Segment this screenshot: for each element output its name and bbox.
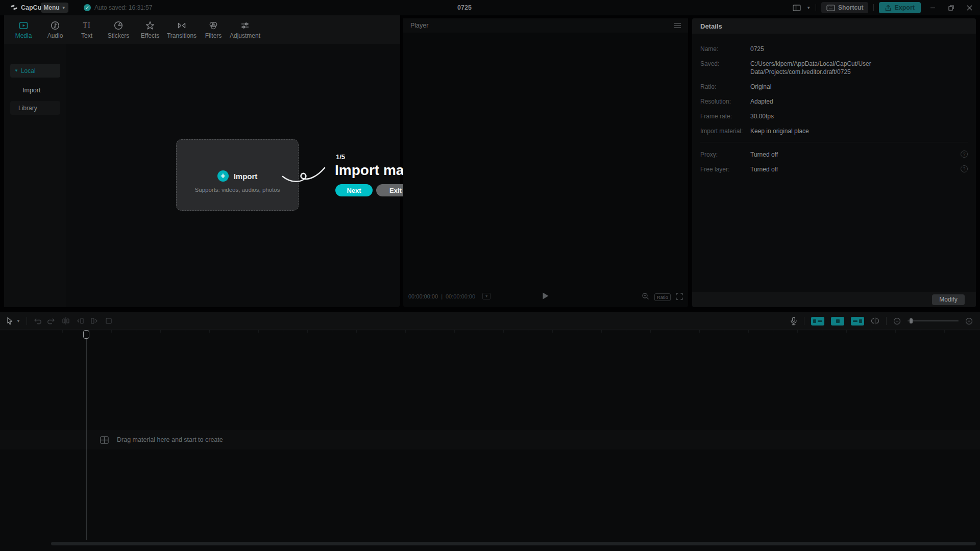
playhead-handle[interactable] (83, 330, 89, 339)
toggle-glyph (836, 319, 840, 323)
tab-adjustment[interactable]: Adjustment (230, 20, 260, 39)
horizontal-scrollbar[interactable] (51, 542, 976, 545)
chevron-down-icon: ▼ (14, 68, 18, 73)
ratio-button[interactable]: Ratio (654, 293, 671, 301)
autosave-status: ✓ Auto saved: 16:31:57 (84, 4, 152, 11)
frame-mode-dropdown[interactable]: ▼ (482, 293, 491, 299)
record-voiceover-button[interactable] (790, 317, 797, 325)
select-tool-button[interactable]: ▼ (6, 317, 20, 325)
tab-media[interactable]: Media (8, 20, 39, 39)
modify-button[interactable]: Modify (932, 294, 965, 305)
tab-label: Stickers (108, 32, 130, 39)
media-clip-icon (100, 436, 109, 444)
detail-value: 0725 (750, 45, 919, 53)
audio-icon (50, 20, 60, 31)
separator (804, 317, 804, 325)
detail-value: Original (750, 83, 919, 91)
player-title: Player (410, 22, 428, 29)
tutorial-arrow (280, 164, 329, 188)
check-icon: ✓ (84, 4, 91, 11)
sidebar-item-library[interactable]: Library (10, 101, 60, 115)
auto-snap-toggle[interactable] (831, 317, 844, 325)
delete-left-button[interactable] (76, 317, 84, 325)
detail-row-resolution: Resolution: Adapted (700, 97, 968, 106)
info-icon[interactable]: ? (961, 151, 968, 158)
empty-track-row[interactable]: Drag material here and start to create (0, 430, 980, 449)
timecode-separator: | (441, 293, 443, 299)
info-icon[interactable]: ? (961, 165, 968, 172)
zoom-out-icon[interactable] (893, 317, 901, 325)
player-right-controls: Ratio (642, 292, 683, 302)
details-title: Details (700, 22, 722, 30)
toggle-glyph (818, 320, 822, 322)
export-button[interactable]: Export (879, 2, 921, 13)
menu-label: Menu (43, 4, 59, 11)
undo-button[interactable] (33, 317, 41, 325)
workspace-layout-icon[interactable] (793, 4, 801, 12)
export-icon (885, 5, 891, 11)
shortcut-button[interactable]: Shortcut (821, 2, 868, 13)
plus-icon: + (217, 170, 229, 182)
detail-row-framerate: Frame rate: 30.00fps (700, 112, 968, 120)
tab-effects[interactable]: Effects (135, 20, 165, 39)
tab-label: Filters (205, 32, 222, 39)
autosave-text: Auto saved: 16:31:57 (94, 4, 152, 11)
main-track-magnet-toggle[interactable] (811, 317, 824, 325)
titlebar: CapCut Menu ▼ ✓ Auto saved: 16:31:57 072… (0, 0, 980, 15)
capcut-logo-icon (10, 4, 18, 11)
chevron-down-icon: ▼ (16, 319, 20, 323)
capcut-logo: CapCut (10, 4, 43, 11)
media-sidebar: ▼ Local Import Library (4, 44, 66, 307)
restore-button[interactable] (944, 0, 958, 15)
split-button[interactable] (62, 317, 70, 325)
redo-button[interactable] (47, 317, 56, 325)
player-panel: Player 00:00:00:00 | 00:00:00:00 ▼ Ratio (403, 18, 688, 307)
cursor-icon (6, 317, 14, 325)
tab-label: Effects (141, 32, 159, 39)
toggle-glyph (853, 320, 857, 322)
close-button[interactable] (963, 0, 976, 15)
details-header: Details (692, 18, 976, 34)
timecode-display: 00:00:00:00 | 00:00:00:00 ▼ (408, 293, 491, 299)
adjustment-icon (240, 20, 250, 31)
detail-value: Turned off (750, 165, 919, 173)
tab-text[interactable]: TI Text (71, 20, 102, 39)
detail-label: Name: (700, 45, 750, 53)
minimize-button[interactable] (926, 0, 939, 15)
tab-transitions[interactable]: Transitions (166, 20, 197, 39)
preview-axis-toggle[interactable] (871, 317, 879, 325)
zoom-in-icon[interactable] (965, 317, 973, 325)
layout-chevron-down-icon[interactable]: ▼ (806, 6, 811, 10)
menu-button[interactable]: Menu ▼ (41, 3, 68, 13)
delete-button[interactable] (105, 317, 113, 325)
next-button[interactable]: Next (335, 184, 373, 196)
sidebar-item-import[interactable]: Import (22, 85, 40, 95)
tab-stickers[interactable]: Stickers (103, 20, 134, 39)
player-menu-icon[interactable] (674, 21, 681, 30)
tab-filters[interactable]: Filters (198, 20, 229, 39)
details-body: Name: 0725 Saved: C:/Users/kipem/AppData… (692, 34, 976, 173)
tab-label: Media (15, 32, 32, 39)
export-label: Export (894, 4, 915, 11)
detail-row-proxy: Proxy: Turned off ? (700, 151, 968, 159)
separator (27, 317, 27, 325)
detail-label: Frame rate: (700, 112, 750, 120)
timecode-current: 00:00:00:00 (408, 293, 438, 299)
sidebar-item-local[interactable]: ▼ Local (10, 64, 60, 78)
link-preview-toggle[interactable] (851, 317, 864, 325)
timeline-zoom-slider[interactable] (908, 320, 959, 321)
delete-right-button[interactable] (90, 317, 99, 325)
fullscreen-icon[interactable] (676, 293, 683, 302)
separator (886, 317, 887, 325)
capcut-logo-text: CapCut (21, 4, 43, 11)
detail-label: Import material: (700, 127, 750, 135)
play-button[interactable] (542, 292, 549, 302)
media-panel: Media Audio TI Text Stickers (4, 15, 400, 307)
details-footer: Modify (692, 292, 976, 307)
separator (816, 4, 816, 11)
tab-audio[interactable]: Audio (40, 20, 70, 39)
fit-screen-icon[interactable] (642, 292, 649, 302)
timeline-area[interactable]: Drag material here and start to create (0, 330, 980, 551)
detail-label: Free layer: (700, 165, 750, 173)
slider-handle[interactable] (910, 318, 913, 323)
